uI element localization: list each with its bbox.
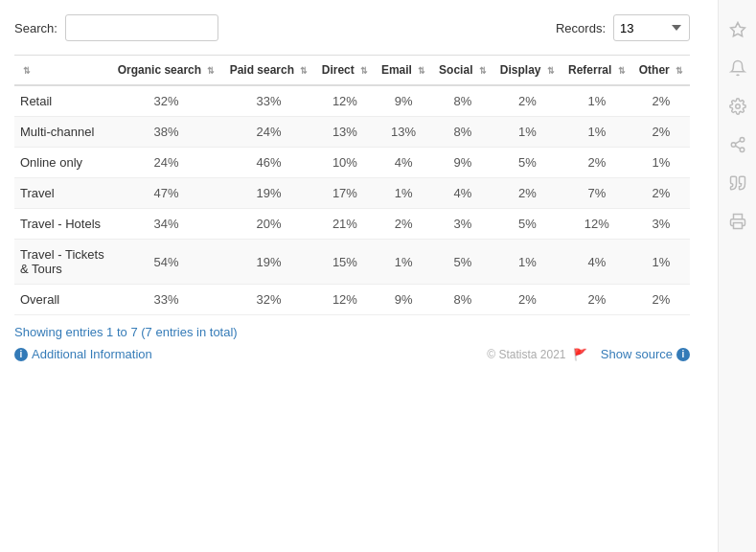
cell-referral: 4% (561, 240, 632, 285)
cell-category: Online only (14, 148, 110, 178)
sort-arrows-paid: ⇅ (300, 66, 308, 76)
table-row: Overall33%32%12%9%8%2%2%2% (14, 285, 690, 315)
cell-direct: 17% (315, 178, 375, 209)
cell-other: 2% (632, 117, 690, 148)
cell-social: 8% (432, 117, 493, 148)
svg-rect-7 (733, 223, 742, 229)
cell-category: Travel (14, 178, 110, 209)
records-select[interactable]: 13 10 25 50 100 (613, 14, 690, 41)
records-area: Records: 13 10 25 50 100 (556, 14, 690, 41)
cell-direct: 12% (315, 85, 375, 117)
bell-icon[interactable] (727, 58, 748, 79)
gear-icon[interactable] (727, 96, 748, 117)
col-header-email[interactable]: Email ⇅ (375, 56, 432, 86)
search-input[interactable] (65, 14, 218, 41)
cell-paid_search: 19% (222, 178, 315, 209)
search-label: Search: (14, 21, 57, 35)
cell-paid_search: 24% (222, 117, 315, 148)
sort-arrows-organic: ⇅ (207, 66, 215, 76)
svg-point-2 (740, 138, 745, 143)
svg-point-3 (731, 143, 736, 148)
cell-display: 5% (493, 148, 561, 178)
cell-social: 4% (432, 178, 493, 209)
cell-category: Multi-channel (14, 117, 110, 148)
cell-organic_search: 33% (110, 285, 222, 315)
top-bar: Search: Records: 13 10 25 50 100 (14, 14, 690, 41)
col-header-social[interactable]: Social ⇅ (432, 56, 493, 86)
cell-referral: 1% (561, 85, 632, 117)
records-label: Records: (556, 21, 606, 35)
col-header-display[interactable]: Display ⇅ (493, 56, 561, 86)
share-icon[interactable] (727, 134, 748, 155)
cell-paid_search: 33% (222, 85, 315, 117)
cell-display: 2% (493, 178, 561, 209)
svg-line-5 (735, 146, 740, 149)
cell-direct: 12% (315, 285, 375, 315)
cell-other: 1% (632, 148, 690, 178)
cell-organic_search: 32% (110, 85, 222, 117)
star-icon[interactable] (727, 19, 748, 40)
col-header-organic-search[interactable]: Organic search ⇅ (110, 56, 222, 86)
cell-social: 9% (432, 148, 493, 178)
cell-email: 4% (375, 148, 432, 178)
cell-organic_search: 34% (110, 209, 222, 240)
footer: i Additional Information © Statista 2021… (14, 347, 690, 361)
table-row: Travel - Tickets & Tours54%19%15%1%5%1%4… (14, 240, 690, 285)
cell-email: 9% (375, 285, 432, 315)
cell-referral: 12% (561, 209, 632, 240)
table-row: Multi-channel38%24%13%13%8%1%1%2% (14, 117, 690, 148)
sort-arrows-category: ⇅ (23, 66, 31, 76)
cell-referral: 2% (561, 148, 632, 178)
cell-paid_search: 32% (222, 285, 315, 315)
cell-organic_search: 38% (110, 117, 222, 148)
sort-arrows-direct: ⇅ (360, 66, 368, 76)
cell-referral: 2% (561, 285, 632, 315)
sidebar-icons (718, 0, 756, 552)
quote-icon[interactable] (727, 172, 748, 194)
cell-social: 8% (432, 285, 493, 315)
svg-line-6 (735, 141, 740, 144)
cell-paid_search: 20% (222, 209, 315, 240)
data-table: ⇅ Organic search ⇅ Paid search ⇅ Direct … (14, 55, 690, 315)
cell-paid_search: 19% (222, 240, 315, 285)
cell-email: 1% (375, 240, 432, 285)
show-source-info-icon: i (676, 348, 690, 361)
cell-organic_search: 24% (110, 148, 222, 178)
show-source-label: Show source (601, 347, 673, 361)
col-header-paid-search[interactable]: Paid search ⇅ (222, 56, 315, 86)
cell-display: 1% (493, 117, 561, 148)
cell-other: 1% (632, 240, 690, 285)
cell-other: 3% (632, 209, 690, 240)
col-header-category[interactable]: ⇅ (14, 56, 110, 86)
cell-referral: 7% (561, 178, 632, 209)
sort-arrows-other: ⇅ (676, 66, 683, 76)
print-icon[interactable] (727, 211, 748, 232)
cell-email: 9% (375, 85, 432, 117)
info-icon: i (14, 348, 28, 361)
cell-category: Travel - Tickets & Tours (14, 240, 110, 285)
col-header-other[interactable]: Other ⇅ (632, 56, 690, 86)
cell-other: 2% (632, 285, 690, 315)
cell-direct: 15% (315, 240, 375, 285)
additional-info-label: Additional Information (32, 347, 152, 361)
cell-email: 2% (375, 209, 432, 240)
sort-arrows-display: ⇅ (547, 66, 555, 76)
svg-point-1 (735, 104, 740, 109)
search-area: Search: (14, 14, 218, 41)
showing-entries: Showing entries 1 to 7 (7 entries in tot… (14, 325, 690, 339)
show-source-link[interactable]: Show source i (601, 347, 690, 361)
cell-organic_search: 47% (110, 178, 222, 209)
sort-arrows-email: ⇅ (418, 66, 425, 76)
additional-info-link[interactable]: i Additional Information (14, 347, 152, 361)
cell-email: 13% (375, 117, 432, 148)
cell-email: 1% (375, 178, 432, 209)
col-header-referral[interactable]: Referral ⇅ (561, 56, 632, 86)
sort-arrows-social: ⇅ (479, 66, 487, 76)
cell-social: 5% (432, 240, 493, 285)
cell-direct: 21% (315, 209, 375, 240)
col-header-direct[interactable]: Direct ⇅ (315, 56, 375, 86)
cell-social: 8% (432, 85, 493, 117)
statista-copyright: © Statista 2021 🚩 (487, 348, 587, 361)
cell-referral: 1% (561, 117, 632, 148)
cell-paid_search: 46% (222, 148, 315, 178)
